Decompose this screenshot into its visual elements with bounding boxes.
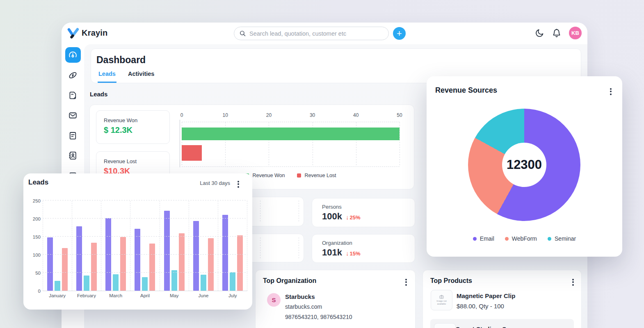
month-label: January: [43, 293, 72, 298]
header-actions: KB: [534, 27, 582, 39]
product-name[interactable]: Secret Stadium Sauce: [456, 326, 521, 328]
legend-label: Seminar: [555, 235, 576, 242]
envelope-icon: [68, 110, 78, 121]
app-header: Krayin + KB: [62, 23, 587, 44]
leads-bar: [179, 233, 185, 291]
month-label: May: [160, 293, 189, 298]
revenue-sources-donut[interactable]: 12300: [468, 109, 580, 221]
product-row[interactable]: Secret Stadium Sauce: [430, 319, 574, 328]
month-group: [43, 201, 72, 291]
dark-mode-icon[interactable]: [534, 28, 545, 39]
user-avatar[interactable]: KB: [569, 27, 582, 39]
quick-create-button[interactable]: +: [393, 27, 406, 40]
global-search[interactable]: [234, 27, 389, 40]
persons-delta: ↓25%: [346, 214, 361, 221]
legend-label: Revenue Lost: [304, 173, 336, 178]
gauge-icon: [68, 50, 78, 60]
product-name[interactable]: Magnetic Paper Clip: [457, 292, 515, 299]
leads-bar: [201, 275, 206, 291]
leads-bar: [47, 237, 53, 291]
organization-name[interactable]: Starbucks: [285, 293, 315, 300]
brand-logo[interactable]: Krayin: [67, 27, 107, 39]
section-label: Leads: [90, 91, 107, 98]
leads-bar: [120, 237, 126, 291]
leads-y-axis: 050100150200250: [23, 173, 41, 310]
page-tabs: Leads Activities: [98, 68, 155, 83]
legend-item: WebForm: [505, 235, 537, 242]
kebab-menu-icon[interactable]: [235, 179, 242, 189]
organization-stat-card: Organization 101k ↓15%: [312, 234, 415, 263]
month-label: February: [72, 293, 101, 298]
leads-bar: [55, 281, 60, 291]
persons-delta-value: 25%: [349, 214, 360, 221]
sidebar-item-mail[interactable]: [65, 107, 81, 123]
tab-activities[interactable]: Activities: [127, 68, 155, 83]
month-label: April: [130, 293, 160, 298]
month-group: [189, 201, 218, 291]
legend-label: WebForm: [512, 235, 537, 242]
x-tick-label: 50: [397, 112, 402, 118]
legend-label: Revenue Won: [252, 173, 285, 178]
revenue-sources-card: Revenue Sources 12300 Email WebForm Semi…: [427, 76, 622, 257]
sidebar-item-activities[interactable]: [65, 128, 81, 143]
leads-bar: [237, 235, 243, 291]
sidebar-item-quotes[interactable]: [65, 87, 81, 103]
month-group: [72, 201, 101, 291]
tab-leads[interactable]: Leads: [98, 68, 116, 83]
leads-bar: [164, 211, 170, 291]
month-group: [160, 201, 189, 291]
notifications-bell-icon[interactable]: [552, 28, 562, 39]
gridline: [43, 272, 247, 273]
donut-hole: 12300: [502, 143, 546, 187]
x-tick-label: 20: [266, 112, 272, 118]
donut-legend-dot: [505, 237, 509, 241]
leads-bar: [113, 274, 119, 291]
donut-legend-dot: [548, 237, 551, 241]
organization-avatar: S: [267, 293, 281, 307]
top-organization-card: Top Organization S Starbucks starbucks.c…: [255, 270, 416, 328]
gridline: [43, 254, 247, 255]
down-arrow-icon: ↓: [346, 250, 349, 257]
revenue-won-card: Revenue Won $ 12.3K: [96, 110, 170, 144]
kebab-menu-icon[interactable]: [607, 86, 614, 97]
leads-bar-groups: [43, 201, 247, 291]
y-tick-label: 250: [23, 198, 41, 203]
x-tick-label: 10: [223, 112, 228, 118]
month-group: [218, 201, 247, 291]
persons-label: Persons: [322, 204, 342, 210]
image-not-available-text: Image not available: [434, 300, 450, 305]
orbit-icon: [68, 70, 78, 80]
sidebar-item-contacts[interactable]: [65, 148, 81, 163]
leads-bar: [193, 221, 199, 291]
brand-name: Krayin: [82, 28, 107, 38]
page-title: Dashboard: [96, 55, 146, 66]
gridline: [43, 200, 247, 200]
sidebar-item-leads[interactable]: [65, 67, 81, 83]
search-icon: [239, 30, 246, 37]
y-tick-label: 200: [23, 216, 41, 221]
y-tick-label: 100: [23, 253, 41, 257]
organization-phones: 9876543210, 9876543210: [285, 314, 352, 320]
month-label: March: [101, 293, 130, 298]
revenue-bar: [182, 128, 400, 140]
sidebar-item-dashboard[interactable]: [65, 47, 81, 63]
donut-legend: Email WebForm Seminar: [427, 235, 622, 242]
month-group: [101, 201, 130, 291]
gridline: [400, 122, 400, 166]
organization-delta: ↓15%: [346, 250, 361, 257]
persons-stat-card: Persons 100k ↓25%: [312, 198, 415, 227]
leads-bar: [171, 270, 177, 291]
search-input[interactable]: [249, 30, 384, 37]
y-axis-line: [180, 120, 180, 167]
kebab-menu-icon[interactable]: [570, 277, 576, 287]
top-products-card: Top Products Image not available Magneti…: [422, 270, 582, 328]
kebab-menu-icon[interactable]: [403, 277, 409, 287]
product-image-placeholder: Image not available: [431, 290, 452, 310]
revenue-won-label: Revenue Won: [104, 117, 137, 123]
period-selector[interactable]: Last 30 days: [200, 180, 230, 186]
revenue-won-value: $ 12.3K: [104, 125, 132, 135]
organization-label: Organization: [322, 240, 352, 246]
revenue-sources-title: Revenue Sources: [435, 86, 497, 95]
y-tick-label: 0: [23, 289, 41, 294]
down-arrow-icon: ↓: [346, 214, 349, 221]
